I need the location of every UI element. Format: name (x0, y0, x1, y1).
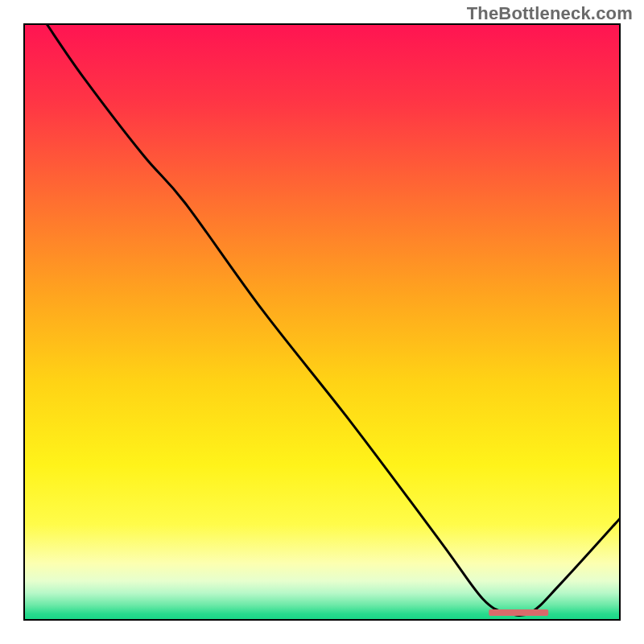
plot-area (24, 24, 620, 620)
plot-background (24, 24, 620, 620)
bottleneck-chart (0, 0, 644, 644)
chart-stage: TheBottleneck.com (0, 0, 644, 644)
minimum-marker (489, 609, 548, 616)
